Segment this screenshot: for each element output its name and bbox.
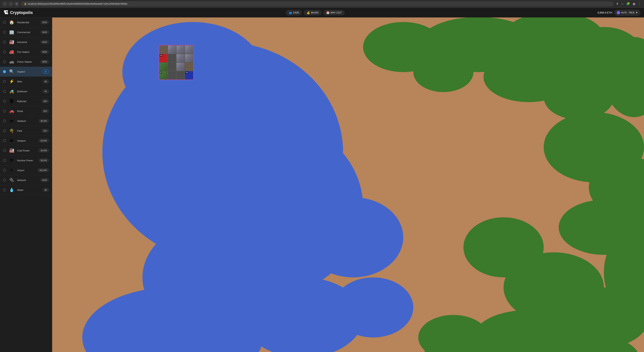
radio-nuclear-power [3, 159, 6, 162]
sidebar-item-wire[interactable]: ⚡ Wire $5 [0, 77, 52, 87]
price-coal-power: $3,000 [38, 149, 49, 152]
tile-1-2[interactable] [176, 54, 185, 62]
logo-icon: 🏗 [4, 10, 8, 15]
radio-residential [3, 21, 6, 24]
price-water: $0 [43, 188, 49, 192]
sidebar-item-park[interactable]: 🌴 Park $10 [0, 126, 52, 136]
price-park: $10 [42, 129, 49, 133]
label-commercial: Commercial [17, 31, 38, 34]
app-title: Cryptopolis [10, 10, 33, 15]
tile-grid: FDRPD [159, 45, 194, 80]
tile-2-1[interactable] [168, 62, 176, 71]
tile-0-0[interactable] [159, 45, 168, 54]
logo: 🏗 Cryptopolis [4, 10, 33, 15]
price-stadium: $5,000 [38, 119, 49, 123]
tile-2-3[interactable] [185, 62, 194, 71]
radio-commercial [3, 31, 6, 34]
date-icon: 📅 [326, 11, 330, 14]
tile-3-0[interactable]: R [159, 71, 168, 80]
sidebar-item-commercial[interactable]: 🏢 Commercial $100 [0, 27, 52, 37]
sidebar: 🏠 Residential $100 🏢 Commercial $100 🏭 I… [0, 17, 52, 352]
radio-stadium [3, 119, 6, 122]
lock-icon: 🔒 [24, 2, 27, 5]
sidebar-item-coal-power[interactable]: 🏭 Coal Power $3,000 [0, 146, 52, 156]
tile-0-3[interactable] [185, 45, 194, 54]
label-coal-power: Coal Power [17, 149, 36, 152]
radio-bulldozer [3, 90, 6, 93]
sidebar-item-road[interactable]: 🚗 Road $10 [0, 106, 52, 116]
tile-2-2[interactable] [176, 62, 185, 71]
label-nuclear-power: Nuclear Power [17, 159, 36, 162]
forward-button[interactable]: → [8, 1, 14, 6]
label-industrial: Industrial [17, 41, 38, 43]
stat-date: 📅MAY 2127 [324, 10, 344, 15]
url-text: localhost:3000/play/0x59c6995e998f97a5a0… [28, 2, 127, 5]
radio-railroad [3, 100, 6, 103]
radio-park [3, 129, 6, 132]
sidebar-item-railroad[interactable]: 🛤 Railroad $20 [0, 96, 52, 106]
map-container[interactable]: FDRPD [52, 17, 644, 352]
tile-1-0[interactable]: FD [159, 54, 168, 62]
icon-fire-station: 🚒 [8, 49, 15, 55]
sidebar-item-nuclear-power[interactable]: ☢ Nuclear Power $5,000 [0, 156, 52, 166]
tile-2-0[interactable] [159, 62, 168, 71]
icon-coal-power: 🏭 [8, 147, 15, 154]
tile-3-1[interactable] [168, 71, 176, 80]
label-road: Road [17, 110, 39, 113]
extensions-button[interactable]: 🧩 [626, 1, 631, 6]
wallet-icon [617, 11, 620, 14]
radio-airport [3, 169, 6, 172]
sidebar-item-water[interactable]: 💧 Water $0 [0, 185, 52, 195]
back-button[interactable]: ← [2, 1, 8, 6]
sidebar-item-residential[interactable]: 🏠 Residential $100 [0, 17, 52, 27]
sidebar-item-police-station[interactable]: 🚓 Police Station $500 [0, 57, 52, 67]
tile-0-2[interactable] [176, 45, 185, 54]
city-grid: FDRPD [159, 45, 194, 80]
radio-police-station [3, 60, 6, 63]
refresh-button[interactable]: ↻ [14, 1, 20, 6]
icon-inspect: 🔍 [8, 68, 15, 75]
sidebar-toggle-button[interactable]: ▣ [632, 1, 636, 6]
tile-label: PD [186, 72, 188, 74]
tile-label: R [160, 72, 162, 74]
label-water: Water [17, 189, 40, 191]
browser-chrome: ← → ↻ 🔒 localhost:3000/play/0x59c6995e99… [0, 0, 644, 8]
sidebar-item-network[interactable]: 🔌 Network $100 [0, 175, 52, 185]
icon-seaport: ⛴ [8, 137, 15, 144]
icon-commercial: 🏢 [8, 29, 15, 35]
price-airport: $10,000 [38, 168, 49, 172]
price-fire-station: $500 [40, 50, 49, 54]
wallet-badge[interactable]: 0x70...79C8 ▼ [614, 10, 640, 15]
tile-3-2[interactable] [176, 71, 185, 80]
browser-actions: ⬆ ☆ 🧩 ▣ ⋮ [615, 1, 642, 6]
label-residential: Residential [17, 21, 38, 24]
svg-point-8 [333, 277, 413, 338]
sidebar-item-stadium[interactable]: 🏟 Stadium $5,000 [0, 116, 52, 126]
sidebar-item-seaport[interactable]: ⛴ Seaport $3,000 [0, 136, 52, 146]
sidebar-item-industrial[interactable]: 🏭 Industrial $100 [0, 37, 52, 47]
share-button[interactable]: ⬆ [615, 1, 619, 6]
price-inspect: $0 [43, 70, 49, 73]
icon-railroad: 🛤 [8, 98, 15, 105]
stat-money: 💰$4,653 [304, 10, 321, 15]
tile-0-1[interactable] [168, 45, 176, 54]
sidebar-item-fire-station[interactable]: 🚒 Fire Station $500 [0, 47, 52, 57]
price-wire: $5 [43, 80, 49, 83]
sidebar-item-inspect[interactable]: 🔍 Inspect $0 [0, 67, 52, 77]
tile-label: FD [160, 54, 163, 57]
icon-road: 🚗 [8, 108, 15, 114]
radio-water [3, 188, 6, 191]
sidebar-item-airport[interactable]: ✈ Airport $10,000 [0, 166, 52, 175]
sidebar-item-bulldozer[interactable]: 🚜 Bulldozer $1 [0, 87, 52, 96]
icon-wire: ⚡ [8, 78, 15, 85]
label-wire: Wire [17, 80, 40, 83]
bookmark-button[interactable]: ☆ [620, 1, 624, 6]
radio-network [3, 178, 6, 181]
address-bar[interactable]: 🔒 localhost:3000/play/0x59c6995e998f97a5… [21, 2, 614, 6]
main-content: 🏠 Residential $100 🏢 Commercial $100 🏭 I… [0, 17, 644, 352]
radio-inspect [3, 70, 6, 73]
tile-1-3[interactable] [185, 54, 194, 62]
menu-button[interactable]: ⋮ [637, 1, 642, 6]
tile-1-1[interactable] [168, 54, 176, 62]
tile-3-3[interactable]: PD [185, 71, 194, 80]
